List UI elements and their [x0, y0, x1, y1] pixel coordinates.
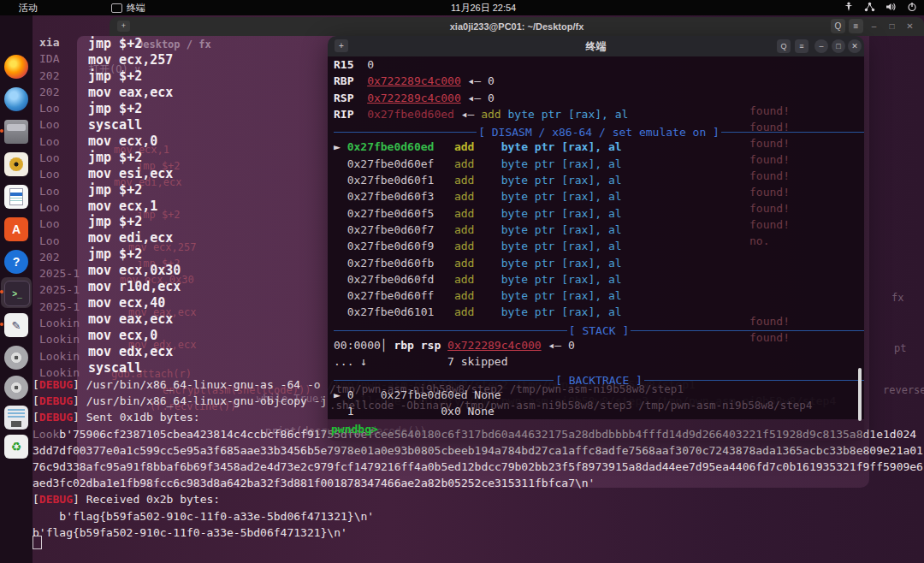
- dock-item-terminal[interactable]: >_: [4, 281, 28, 305]
- dock: A?>_✎♻: [0, 15, 33, 563]
- dock-item-disc1[interactable]: [4, 346, 28, 370]
- pwndbg-line: RSP 0x722289c4c000 ◂— 0: [334, 92, 864, 108]
- minimize-button[interactable]: –: [814, 39, 828, 53]
- maximize-button[interactable]: □: [885, 19, 899, 33]
- dock-item-rhythmbox[interactable]: [4, 152, 28, 176]
- terminal-icon: >_: [4, 281, 30, 306]
- dock-item-files[interactable]: [4, 120, 28, 144]
- assembly-line: mov edi,ecx: [88, 230, 181, 246]
- menu-icon[interactable]: ≡: [795, 39, 808, 53]
- minimize-button[interactable]: –: [867, 19, 881, 33]
- debug-line: 3dd7df00377e0a1c599cc5e95a3f685aae33b345…: [33, 442, 923, 459]
- new-tab-icon[interactable]: +: [117, 21, 130, 32]
- pwndbg-line: 0x27fbe0d60ef add byte ptr [rax], al: [334, 157, 864, 174]
- truncated-line: Loo: [39, 199, 80, 216]
- pwndbg-prompt[interactable]: pwndbg>: [331, 423, 378, 436]
- debug-line: b'flag{b59fa502-910c-11f0-a33e-5bd06f471…: [33, 524, 923, 541]
- pwndbg-line: RIP 0x27fbe0d60ed ◂— add byte ptr [rax],…: [334, 108, 864, 124]
- pwndbg-line: R15 0: [334, 58, 864, 74]
- dock-item-trash[interactable]: ♻: [4, 435, 28, 459]
- writer-icon: [4, 185, 28, 209]
- pwndbg-line: 0x27fbe0d60fd add byte ptr [rax], al: [334, 273, 864, 289]
- ghost-text: pt: [894, 342, 906, 354]
- terminal-titlebar[interactable]: + 终端 Q ≡ – □ ✕: [328, 36, 864, 56]
- background-window-titlebar[interactable]: + xia0ji233@PC01: ~/Desktop/fx Q ≡ – □ ✕: [110, 17, 924, 36]
- power-icon[interactable]: [907, 2, 917, 12]
- scrollbar-thumb[interactable]: [858, 368, 862, 421]
- dock-item-software[interactable]: A: [4, 217, 28, 241]
- truncated-line: 202: [39, 68, 80, 84]
- close-button[interactable]: ✕: [848, 39, 862, 53]
- truncated-line: xia: [39, 34, 80, 50]
- assembly-line: mov edx,ecx: [88, 344, 181, 360]
- dock-item-firefox[interactable]: [4, 55, 28, 79]
- dock-item-thunderbird[interactable]: [4, 87, 28, 111]
- pwndbg-line: 00:0000│ rbp rsp 0x722289c4c000 ◂— 0: [334, 339, 864, 355]
- assembly-line: jmp $+2: [88, 214, 181, 230]
- truncated-line: Loo: [39, 100, 80, 116]
- search-icon[interactable]: Q: [831, 19, 845, 33]
- truncated-line: 202: [39, 84, 80, 100]
- truncated-line: Lookin: [39, 348, 80, 364]
- assembly-line: jmp $+2: [88, 246, 181, 263]
- dock-item-disc2[interactable]: [4, 376, 28, 400]
- volume-icon[interactable]: [886, 2, 897, 12]
- truncated-line: Loo: [39, 166, 80, 182]
- system-tray[interactable]: [844, 2, 917, 12]
- running-indicator: [0, 129, 3, 133]
- pwndbg-line: 0x27fbe0d60f7 add byte ptr [rax], al: [334, 223, 864, 240]
- truncated-line: 2025-1: [39, 299, 80, 315]
- pwndbg-line: 0x27fbe0d60fb add byte ptr [rax], al: [334, 257, 864, 273]
- menu-icon[interactable]: ≡: [849, 19, 863, 33]
- focused-app-indicator[interactable]: 终端: [111, 2, 145, 15]
- focused-app-label: 终端: [127, 2, 145, 15]
- debug-line: [DEBUG] Received 0x2b bytes:: [33, 491, 923, 507]
- truncated-line: 202: [39, 249, 80, 265]
- gedit-icon: ✎: [4, 313, 28, 337]
- thunderbird-icon: [4, 87, 28, 111]
- assembly-line: mov ecx,1: [88, 199, 181, 215]
- assembly-line: jmp $+2: [88, 68, 181, 85]
- section-label: [ DISASM / x86-64 / set emulate on ]: [477, 126, 721, 139]
- accessibility-icon[interactable]: [844, 2, 854, 12]
- pwndbg-line: RBP 0x722289c4c000 ◂— 0: [334, 74, 864, 91]
- ghost-text: fx: [891, 292, 903, 304]
- assembly-line: jmp $+2: [88, 150, 181, 166]
- background-window-title: xia0ji233@PC01: ~/Desktop/fx: [450, 21, 584, 32]
- software-icon: A: [4, 217, 28, 241]
- truncated-line: 2025-1: [39, 265, 80, 282]
- assembly-line: syscall: [88, 360, 181, 376]
- pwndbg-line: 0x27fbe0d60f1 add byte ptr [rax], al: [334, 174, 864, 190]
- assembly-line: mov ecx,40: [88, 295, 181, 311]
- section-label: [ STACK ]: [567, 324, 631, 337]
- dock-item-help[interactable]: ?: [4, 250, 28, 274]
- assembly-line: mov r10d,ecx: [88, 279, 181, 295]
- top-bar: 活动 终端 11月26日 22:54: [0, 0, 924, 15]
- disc1-icon: [4, 346, 28, 370]
- close-button[interactable]: ✕: [903, 19, 917, 33]
- pwndbg-line: 0x27fbe0d60f3 add byte ptr [rax], al: [334, 190, 864, 206]
- terminal-bottom-edge: pwndbg>: [328, 419, 864, 441]
- assembly-line: jmp $+2: [88, 101, 181, 117]
- maximize-button[interactable]: □: [832, 39, 845, 53]
- dock-item-writer[interactable]: [4, 185, 28, 209]
- running-indicator: [0, 290, 3, 293]
- network-icon[interactable]: [864, 2, 875, 12]
- pwndbg-output[interactable]: found!found!found!found!found!found!foun…: [328, 56, 864, 419]
- pwndbg-terminal-window[interactable]: + 终端 Q ≡ – □ ✕ found!found!found!found!f…: [328, 36, 864, 441]
- dock-item-gedit[interactable]: ✎: [4, 313, 28, 337]
- debug-line: 76c9d338afc95a91f8bbaf6b69f3458ad2e4d73e…: [33, 459, 923, 475]
- running-indicator: [0, 323, 3, 326]
- assembly-listing: jmp $+2mov ecx,257jmp $+2mov eax,ecxjmp …: [88, 36, 181, 376]
- truncated-line: Loo: [39, 233, 80, 249]
- assembly-line: mov ecx,0: [88, 328, 181, 344]
- activities-button[interactable]: 活动: [19, 2, 38, 15]
- pwndbg-line: 0x27fbe0d60ff add byte ptr [rax], al: [334, 289, 864, 305]
- pwndbg-line: 0x27fbe0d60f5 add byte ptr [rax], al: [334, 207, 864, 223]
- clock[interactable]: 11月26日 22:54: [451, 2, 516, 15]
- background-truncated-lines: xiaIDA202202LooLooLooLooLooLooLooLooLoo2…: [39, 34, 80, 381]
- search-icon[interactable]: Q: [777, 39, 791, 53]
- dock-item-floppy[interactable]: [4, 406, 28, 430]
- truncated-line: Loo: [39, 216, 80, 232]
- truncated-line: IDA: [39, 50, 80, 67]
